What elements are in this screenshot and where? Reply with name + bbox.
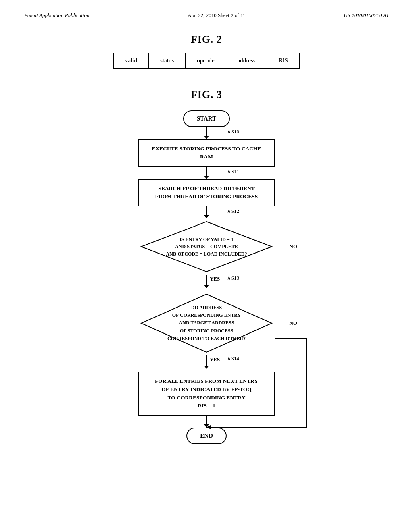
arrow-s14-end [204, 416, 209, 428]
arrow-s13-s14: YES ∧S14 [204, 355, 209, 372]
s13-marker: ∧S13 [227, 275, 239, 281]
flowchart: START ∧S10 EXECUTE STORING PROCESS TO CA… [24, 110, 389, 444]
s11-marker: ∧S11 [227, 168, 239, 175]
arrow-s11-s12: ∧S12 [204, 206, 209, 218]
arrow-s12-s13: YES ∧S13 [204, 275, 209, 291]
page-header: Patent Application Publication Apr. 22, … [24, 12, 389, 21]
s13-yes-label: YES [210, 356, 220, 363]
arrow-start-s10: ∧S10 [204, 127, 209, 139]
s12-diamond-container: IS ENTRY OF VALID = 1AND STATUS = COMPLE… [138, 218, 275, 275]
s14-box: FOR ALL ENTRIES FROM NEXT ENTRYOF ENTRY … [138, 372, 275, 416]
s11-node: SEARCH FP OF THREAD DIFFERENTFROM THREAD… [138, 179, 275, 207]
s14-node: FOR ALL ENTRIES FROM NEXT ENTRYOF ENTRY … [138, 372, 275, 416]
col-status: status [149, 53, 186, 69]
s10-marker: ∧S10 [227, 129, 239, 135]
s12-diamond-text: IS ENTRY OF VALID = 1AND STATUS = COMPLE… [158, 236, 255, 258]
fig3-title: FIG. 3 [24, 89, 389, 101]
fig2-register-table: valid status opcode address RIS [113, 53, 300, 69]
col-opcode: opcode [186, 53, 226, 69]
col-address: address [226, 53, 267, 69]
fig2-title: FIG. 2 [24, 33, 389, 46]
s10-box: EXECUTE STORING PROCESS TO CACHE RAM [138, 139, 275, 167]
header-right: US 2010/0100710 A1 [344, 12, 389, 19]
end-shape: END [186, 428, 227, 444]
s14-marker: ∧S14 [227, 355, 239, 362]
header-center: Apr. 22, 2010 Sheet 2 of 11 [188, 12, 245, 19]
s12-marker: ∧S12 [227, 208, 239, 214]
s11-box: SEARCH FP OF THREAD DIFFERENTFROM THREAD… [138, 179, 275, 207]
header-left: Patent Application Publication [24, 12, 90, 19]
s13-diamond-text: DO ADDRESSOF CORRESPONDING ENTRYAND TARG… [160, 304, 253, 343]
s12-no-label: NO [290, 243, 298, 250]
start-node: START [183, 110, 230, 127]
col-valid: valid [114, 53, 149, 69]
s12-yes-label: YES [210, 276, 220, 282]
col-ris: RIS [267, 53, 299, 69]
s13-diamond-container: DO ADDRESSOF CORRESPONDING ENTRYAND TARG… [138, 291, 275, 355]
page: Patent Application Publication Apr. 22, … [0, 0, 413, 532]
end-node: END [186, 428, 227, 444]
fig2-table: valid status opcode address RIS [24, 53, 389, 69]
s13-no-label: NO [290, 320, 298, 326]
start-shape: START [183, 110, 230, 127]
arrow-s10-s11: ∧S11 [204, 167, 209, 179]
s10-node: EXECUTE STORING PROCESS TO CACHE RAM [138, 139, 275, 167]
